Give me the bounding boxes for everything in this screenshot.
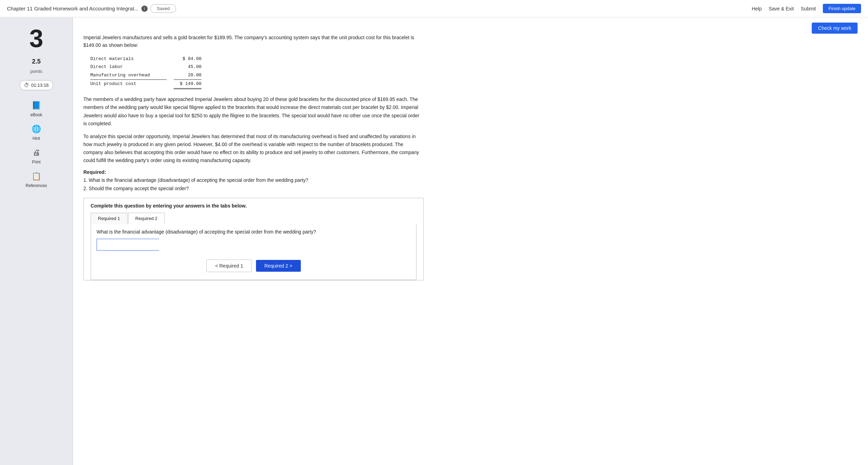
print-icon: 🖨 (31, 147, 42, 158)
sidebar: 3 2.5 points ⏱ 01:13:16 📘 eBook 🌐 Hint 🖨… (0, 17, 73, 465)
complete-box-title: Complete this question by entering your … (91, 203, 416, 209)
tab-content-area: What is the financial advantage (disadva… (91, 224, 416, 280)
points-label: points (3, 69, 69, 74)
info-icon[interactable]: i (141, 6, 148, 12)
cost-amount-total: $ 149.00 (174, 80, 201, 89)
required-title: Required: (83, 169, 424, 175)
nav-buttons: < Required 1 Required 2 > (97, 256, 411, 274)
check-work-button[interactable]: Check my work (812, 23, 858, 34)
saved-badge: Saved (150, 4, 176, 13)
tabs-row: Required 1 Required 2 (91, 213, 416, 224)
cost-amount-3: 20.00 (174, 71, 201, 80)
cost-label-total: Unit product cost (90, 80, 167, 89)
content-area: Check my work Imperial Jewelers manufact… (73, 17, 868, 465)
cost-row-2: Direct labor 45.00 (90, 63, 858, 71)
references-label: References (26, 183, 47, 188)
print-label: Print (32, 160, 41, 164)
top-bar-actions: Help Save & Exit Submit Finish update (752, 4, 861, 13)
hint-label: Hint (33, 136, 40, 141)
top-bar-left: Chapter 11 Graded Homework and Accountin… (7, 4, 176, 13)
answer-input[interactable] (97, 239, 159, 251)
cost-label-3: Manufacturing overhead (90, 71, 167, 80)
references-icon: 📋 (31, 171, 42, 182)
timer-value: 01:13:16 (31, 83, 49, 88)
cost-label-2: Direct labor (90, 63, 167, 71)
next-button[interactable]: Required 2 > (256, 260, 301, 272)
tab-required-1[interactable]: Required 1 (91, 213, 127, 224)
timer-badge: ⏱ 01:13:16 (19, 80, 53, 90)
question-number: 3 (3, 24, 69, 53)
references-tool[interactable]: 📋 References (26, 171, 47, 188)
hint-tool[interactable]: 🌐 Hint (31, 124, 42, 141)
cost-row-3: Manufacturing overhead 20.00 (90, 71, 858, 80)
tab-question: What is the financial advantage (disadva… (97, 229, 411, 235)
cost-amount-2: 45.00 (174, 63, 201, 71)
required-item-1: 1. What is the financial advantage (disa… (83, 176, 424, 185)
cost-table: Direct materials $ 84.00 Direct labor 45… (90, 55, 858, 90)
points-value: 2.5 (3, 58, 69, 65)
answer-input-container (97, 239, 411, 251)
complete-box: Complete this question by entering your … (83, 198, 424, 280)
intro-text: Imperial Jewelers manufactures and sells… (83, 34, 424, 49)
required-item-2: 2. Should the company accept the special… (83, 185, 424, 193)
ebook-icon: 📘 (31, 100, 42, 111)
ebook-label: eBook (30, 112, 42, 117)
cost-row-total: Unit product cost $ 149.00 (90, 80, 858, 89)
page-title: Chapter 11 Graded Homework and Accountin… (7, 6, 139, 11)
top-bar: Chapter 11 Graded Homework and Accountin… (0, 0, 868, 17)
cost-amount-1: $ 84.00 (174, 55, 201, 63)
main-layout: 3 2.5 points ⏱ 01:13:16 📘 eBook 🌐 Hint 🖨… (0, 17, 868, 465)
timer-icon: ⏱ (24, 82, 29, 88)
required-section: Required: 1. What is the financial advan… (83, 169, 424, 193)
paragraph2: To analyze this special order opportunit… (83, 133, 424, 164)
required-list: 1. What is the financial advantage (disa… (83, 176, 424, 193)
sidebar-tools: 📘 eBook 🌐 Hint 🖨 Print 📋 References (3, 100, 69, 188)
cost-label-1: Direct materials (90, 55, 167, 63)
save-exit-link[interactable]: Save & Exit (769, 6, 794, 11)
help-link[interactable]: Help (752, 6, 762, 11)
prev-button[interactable]: < Required 1 (206, 260, 252, 272)
paragraph1: The members of a wedding party have appr… (83, 95, 424, 127)
cost-row-1: Direct materials $ 84.00 (90, 55, 858, 63)
finish-update-button[interactable]: Finish update (823, 4, 861, 13)
print-tool[interactable]: 🖨 Print (31, 147, 42, 164)
hint-icon: 🌐 (31, 124, 42, 135)
submit-link[interactable]: Submit (801, 6, 816, 11)
tab-required-2[interactable]: Required 2 (128, 213, 165, 224)
ebook-tool[interactable]: 📘 eBook (30, 100, 42, 117)
